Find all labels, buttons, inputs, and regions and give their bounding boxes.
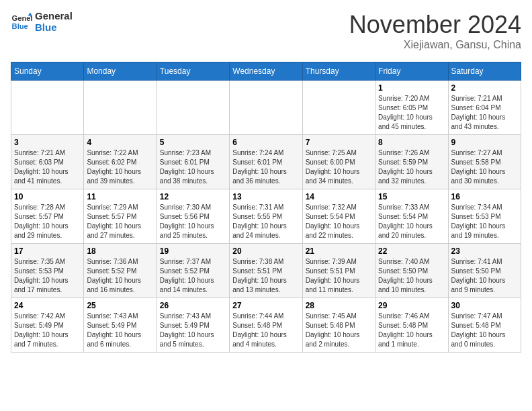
calendar-week-row: 3Sunrise: 7:21 AM Sunset: 6:03 PM Daylig… [11, 135, 521, 189]
weekday-header-cell: Monday [84, 62, 157, 81]
day-number: 7 [306, 138, 372, 147]
day-number: 21 [306, 246, 372, 256]
day-number: 29 [378, 301, 445, 310]
day-info: Sunrise: 7:32 AM Sunset: 5:54 PM Dayligh… [306, 203, 372, 240]
day-info: Sunrise: 7:43 AM Sunset: 5:49 PM Dayligh… [87, 312, 153, 349]
day-info: Sunrise: 7:22 AM Sunset: 6:02 PM Dayligh… [87, 148, 153, 186]
calendar-day-cell: 21Sunrise: 7:39 AM Sunset: 5:51 PM Dayli… [302, 244, 375, 298]
day-info: Sunrise: 7:46 AM Sunset: 5:48 PM Dayligh… [378, 312, 445, 349]
calendar-day-cell [302, 81, 375, 135]
day-info: Sunrise: 7:26 AM Sunset: 5:59 PM Dayligh… [378, 148, 445, 186]
calendar-day-cell: 2Sunrise: 7:21 AM Sunset: 6:04 PM Daylig… [448, 81, 521, 135]
calendar-day-cell: 6Sunrise: 7:24 AM Sunset: 6:01 PM Daylig… [230, 135, 302, 189]
calendar-week-row: 10Sunrise: 7:28 AM Sunset: 5:57 PM Dayli… [11, 189, 521, 244]
calendar-day-cell: 24Sunrise: 7:42 AM Sunset: 5:49 PM Dayli… [11, 298, 84, 353]
day-info: Sunrise: 7:23 AM Sunset: 6:01 PM Dayligh… [160, 148, 226, 186]
calendar-day-cell: 5Sunrise: 7:23 AM Sunset: 6:01 PM Daylig… [157, 135, 229, 189]
day-info: Sunrise: 7:44 AM Sunset: 5:48 PM Dayligh… [232, 312, 299, 349]
calendar-body: 1Sunrise: 7:20 AM Sunset: 6:05 PM Daylig… [11, 81, 521, 353]
day-info: Sunrise: 7:25 AM Sunset: 6:00 PM Dayligh… [306, 148, 372, 186]
day-number: 4 [87, 138, 153, 147]
location: Xiejiawan, Gansu, China [349, 39, 521, 51]
day-number: 27 [232, 301, 299, 310]
calendar-week-row: 24Sunrise: 7:42 AM Sunset: 5:49 PM Dayli… [11, 298, 521, 353]
day-number: 11 [87, 192, 153, 201]
day-number: 3 [14, 138, 81, 147]
day-number: 14 [306, 192, 372, 201]
day-info: Sunrise: 7:41 AM Sunset: 5:50 PM Dayligh… [451, 257, 518, 295]
day-number: 24 [14, 301, 81, 310]
day-number: 15 [378, 192, 445, 201]
day-number: 20 [232, 246, 299, 256]
weekday-header-cell: Sunday [11, 62, 84, 81]
month-title: November 2024 [349, 11, 521, 39]
calendar-day-cell [84, 81, 157, 135]
day-info: Sunrise: 7:36 AM Sunset: 5:52 PM Dayligh… [87, 257, 153, 295]
day-info: Sunrise: 7:45 AM Sunset: 5:48 PM Dayligh… [306, 312, 372, 349]
day-number: 16 [451, 192, 518, 201]
calendar-day-cell: 4Sunrise: 7:22 AM Sunset: 6:02 PM Daylig… [84, 135, 157, 189]
calendar-day-cell: 22Sunrise: 7:40 AM Sunset: 5:50 PM Dayli… [375, 244, 448, 298]
day-info: Sunrise: 7:34 AM Sunset: 5:53 PM Dayligh… [451, 203, 518, 240]
day-info: Sunrise: 7:21 AM Sunset: 6:04 PM Dayligh… [451, 94, 518, 132]
calendar-day-cell: 11Sunrise: 7:29 AM Sunset: 5:57 PM Dayli… [84, 189, 157, 244]
calendar-day-cell: 16Sunrise: 7:34 AM Sunset: 5:53 PM Dayli… [448, 189, 521, 244]
page-header: General Blue General Blue November 2024 … [11, 11, 521, 51]
day-info: Sunrise: 7:20 AM Sunset: 6:05 PM Dayligh… [378, 94, 445, 132]
weekday-header-cell: Thursday [302, 62, 375, 81]
calendar-day-cell: 1Sunrise: 7:20 AM Sunset: 6:05 PM Daylig… [375, 81, 448, 135]
day-number: 30 [451, 301, 518, 310]
day-number: 10 [14, 192, 81, 201]
day-number: 2 [451, 83, 518, 93]
day-number: 26 [160, 301, 226, 310]
calendar-day-cell: 28Sunrise: 7:45 AM Sunset: 5:48 PM Dayli… [302, 298, 375, 353]
day-number: 22 [378, 246, 445, 256]
calendar-day-cell: 13Sunrise: 7:31 AM Sunset: 5:55 PM Dayli… [230, 189, 302, 244]
day-number: 23 [451, 246, 518, 256]
calendar-day-cell: 26Sunrise: 7:43 AM Sunset: 5:49 PM Dayli… [157, 298, 229, 353]
calendar-day-cell: 19Sunrise: 7:37 AM Sunset: 5:52 PM Dayli… [157, 244, 229, 298]
day-info: Sunrise: 7:21 AM Sunset: 6:03 PM Dayligh… [14, 148, 81, 186]
day-number: 25 [87, 301, 153, 310]
calendar-day-cell: 18Sunrise: 7:36 AM Sunset: 5:52 PM Dayli… [84, 244, 157, 298]
day-number: 9 [451, 138, 518, 147]
weekday-header-cell: Saturday [448, 62, 521, 81]
calendar-day-cell: 3Sunrise: 7:21 AM Sunset: 6:03 PM Daylig… [11, 135, 84, 189]
day-number: 28 [306, 301, 372, 310]
calendar-day-cell: 9Sunrise: 7:27 AM Sunset: 5:58 PM Daylig… [448, 135, 521, 189]
day-number: 6 [232, 138, 299, 147]
calendar-day-cell: 8Sunrise: 7:26 AM Sunset: 5:59 PM Daylig… [375, 135, 448, 189]
day-number: 17 [14, 246, 81, 256]
calendar-table: SundayMondayTuesdayWednesdayThursdayFrid… [11, 62, 521, 353]
day-number: 1 [378, 83, 445, 93]
logo-line2: Blue [35, 22, 73, 34]
day-info: Sunrise: 7:28 AM Sunset: 5:57 PM Dayligh… [14, 203, 81, 240]
svg-text:Blue: Blue [12, 21, 28, 30]
calendar-day-cell: 25Sunrise: 7:43 AM Sunset: 5:49 PM Dayli… [84, 298, 157, 353]
title-block: November 2024 Xiejiawan, Gansu, China [349, 11, 521, 51]
day-number: 8 [378, 138, 445, 147]
calendar-day-cell: 12Sunrise: 7:30 AM Sunset: 5:56 PM Dayli… [157, 189, 229, 244]
weekday-header-row: SundayMondayTuesdayWednesdayThursdayFrid… [11, 62, 521, 81]
day-info: Sunrise: 7:43 AM Sunset: 5:49 PM Dayligh… [160, 312, 226, 349]
calendar-week-row: 1Sunrise: 7:20 AM Sunset: 6:05 PM Daylig… [11, 81, 521, 135]
weekday-header-cell: Friday [375, 62, 448, 81]
weekday-header-cell: Tuesday [157, 62, 229, 81]
weekday-header-cell: Wednesday [230, 62, 302, 81]
logo-icon: General Blue [11, 11, 32, 33]
day-info: Sunrise: 7:40 AM Sunset: 5:50 PM Dayligh… [378, 257, 445, 295]
calendar-week-row: 17Sunrise: 7:35 AM Sunset: 5:53 PM Dayli… [11, 244, 521, 298]
day-info: Sunrise: 7:30 AM Sunset: 5:56 PM Dayligh… [160, 203, 226, 240]
logo-line1: General [35, 11, 73, 22]
day-number: 13 [232, 192, 299, 201]
calendar-day-cell [157, 81, 229, 135]
day-number: 18 [87, 246, 153, 256]
calendar-day-cell: 10Sunrise: 7:28 AM Sunset: 5:57 PM Dayli… [11, 189, 84, 244]
calendar-day-cell: 14Sunrise: 7:32 AM Sunset: 5:54 PM Dayli… [302, 189, 375, 244]
day-info: Sunrise: 7:24 AM Sunset: 6:01 PM Dayligh… [232, 148, 299, 186]
calendar-day-cell [230, 81, 302, 135]
calendar-day-cell [11, 81, 84, 135]
calendar-day-cell: 27Sunrise: 7:44 AM Sunset: 5:48 PM Dayli… [230, 298, 302, 353]
day-info: Sunrise: 7:38 AM Sunset: 5:51 PM Dayligh… [232, 257, 299, 295]
day-number: 19 [160, 246, 226, 256]
